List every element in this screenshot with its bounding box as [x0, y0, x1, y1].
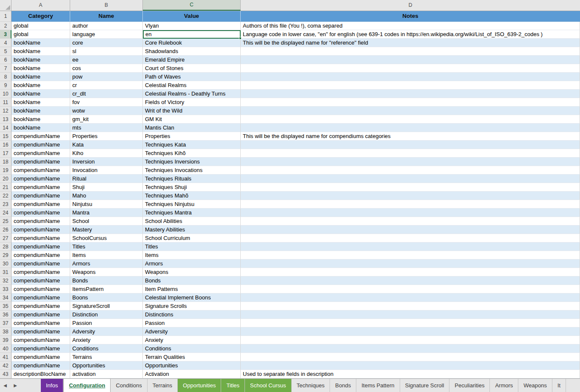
row-header-36[interactable]: 36 [0, 310, 11, 319]
row-header-22[interactable]: 22 [0, 192, 11, 200]
cell-B7[interactable]: cos [70, 64, 143, 73]
cell-D15[interactable]: This will be the displayed name for comp… [241, 132, 580, 141]
tabs-scroll-right-button[interactable]: ▶ [10, 379, 20, 392]
row-header-19[interactable]: 19 [0, 166, 11, 175]
cell-B16[interactable]: Kata [70, 141, 143, 149]
tabs-scroll-left-button[interactable]: ◀ [0, 379, 10, 392]
cell-C4[interactable]: Core Rulebook [143, 39, 241, 47]
cell-C27[interactable]: School Curriculum [143, 234, 241, 243]
cell-D43[interactable]: Used to separate fields in description [241, 370, 580, 378]
row-header-32[interactable]: 32 [0, 276, 11, 285]
cell-A24[interactable]: compendiumName [11, 209, 70, 217]
cell-C41[interactable]: Terrain Qualities [143, 353, 241, 361]
row-header-5[interactable]: 5 [0, 47, 11, 56]
cell-B41[interactable]: Terrains [70, 353, 143, 361]
row-header-38[interactable]: 38 [0, 327, 11, 336]
sheet-tab-armors[interactable]: Armors [490, 379, 518, 392]
cell-A6[interactable]: bookName [11, 56, 70, 64]
cell-A5[interactable]: bookName [11, 47, 70, 56]
cell-A34[interactable]: compendiumName [11, 293, 70, 302]
row-header-23[interactable]: 23 [0, 200, 11, 209]
cell-B31[interactable]: Weapons [70, 268, 143, 276]
cell-C29[interactable]: Items [143, 251, 241, 259]
cell-C5[interactable]: Shadowlands [143, 47, 241, 56]
cell-B18[interactable]: Inversion [70, 158, 143, 166]
cell-C24[interactable]: Techniques Mantra [143, 209, 241, 217]
cell-A20[interactable]: compendiumName [11, 175, 70, 183]
cell-A23[interactable]: compendiumName [11, 200, 70, 209]
cell-C35[interactable]: Signature Scrolls [143, 302, 241, 310]
cell-D20[interactable] [241, 175, 580, 183]
cell-A27[interactable]: compendiumName [11, 234, 70, 243]
cell-A11[interactable]: bookName [11, 98, 70, 107]
cell-A42[interactable]: compendiumName [11, 361, 70, 370]
cell-C18[interactable]: Techniques Inversions [143, 158, 241, 166]
sheet-tab-infos[interactable]: Infos [41, 379, 63, 392]
cell-C19[interactable]: Techniques Invocations [143, 166, 241, 175]
cell-B27[interactable]: SchoolCursus [70, 234, 143, 243]
sheet-tab-configuration[interactable]: Configuration [63, 378, 111, 392]
row-header-10[interactable]: 10 [0, 90, 11, 98]
cell-D4[interactable]: This will be the displayed name for "ref… [241, 39, 580, 47]
cell-A30[interactable]: compendiumName [11, 259, 70, 268]
cell-C21[interactable]: Techniques Shuji [143, 183, 241, 192]
cell-B33[interactable]: ItemsPattern [70, 285, 143, 293]
cell-A39[interactable]: compendiumName [11, 336, 70, 344]
cell-A13[interactable]: bookName [11, 115, 70, 124]
cell-D2[interactable]: Authors of this file (You !), coma separ… [241, 22, 580, 30]
cell-A12[interactable]: bookName [11, 107, 70, 115]
cell-D40[interactable] [241, 344, 580, 353]
sheet-tab-techniques[interactable]: Techniques [292, 379, 330, 392]
cell-C43[interactable]: Activation [143, 370, 241, 378]
header-cell-name[interactable]: Name [70, 11, 143, 22]
cell-C13[interactable]: GM Kit [143, 115, 241, 124]
sheet-tab-peculiarities[interactable]: Peculiarities [449, 379, 490, 392]
cell-B19[interactable]: Invocation [70, 166, 143, 175]
cell-C12[interactable]: Writ of the Wild [143, 107, 241, 115]
sheet-tab-weapons[interactable]: Weapons [518, 379, 552, 392]
cell-D32[interactable] [241, 276, 580, 285]
cell-D36[interactable] [241, 310, 580, 319]
cell-B22[interactable]: Maho [70, 192, 143, 200]
cell-D39[interactable] [241, 336, 580, 344]
row-header-30[interactable]: 30 [0, 259, 11, 268]
cell-C36[interactable]: Distinctions [143, 310, 241, 319]
row-header-9[interactable]: 9 [0, 81, 11, 90]
cell-A19[interactable]: compendiumName [11, 166, 70, 175]
sheet-tab-it[interactable]: It [552, 379, 566, 392]
cell-B35[interactable]: SignatureScroll [70, 302, 143, 310]
cell-A7[interactable]: bookName [11, 64, 70, 73]
cell-C7[interactable]: Court of Stones [143, 64, 241, 73]
cell-D13[interactable] [241, 115, 580, 124]
row-header-39[interactable]: 39 [0, 336, 11, 344]
cell-B11[interactable]: fov [70, 98, 143, 107]
cell-B23[interactable]: Ninjutsu [70, 200, 143, 209]
cell-B12[interactable]: wotw [70, 107, 143, 115]
cell-C17[interactable]: Techniques Kihõ [143, 149, 241, 158]
cell-A21[interactable]: compendiumName [11, 183, 70, 192]
cell-A17[interactable]: compendiumName [11, 149, 70, 158]
row-header-16[interactable]: 16 [0, 141, 11, 149]
row-header-29[interactable]: 29 [0, 251, 11, 259]
cell-A3[interactable]: global [11, 30, 70, 39]
cell-B24[interactable]: Mantra [70, 209, 143, 217]
cell-B10[interactable]: cr_dlt [70, 90, 143, 98]
cell-A33[interactable]: compendiumName [11, 285, 70, 293]
row-header-33[interactable]: 33 [0, 285, 11, 293]
cell-D17[interactable] [241, 149, 580, 158]
cell-C26[interactable]: Mastery Abilities [143, 226, 241, 234]
fill-handle[interactable] [239, 37, 242, 39]
cell-B37[interactable]: Passion [70, 319, 143, 327]
cell-B4[interactable]: core [70, 39, 143, 47]
sheet-tab-school-cursus[interactable]: School Cursus [245, 379, 292, 392]
row-header-17[interactable]: 17 [0, 149, 11, 158]
cell-A10[interactable]: bookName [11, 90, 70, 98]
cell-C22[interactable]: Techniques Mahõ [143, 192, 241, 200]
row-header-42[interactable]: 42 [0, 361, 11, 370]
cell-A28[interactable]: compendiumName [11, 243, 70, 251]
cell-B32[interactable]: Bonds [70, 276, 143, 285]
cell-C6[interactable]: Emerald Empire [143, 56, 241, 64]
cell-A35[interactable]: compendiumName [11, 302, 70, 310]
cell-B13[interactable]: gm_kit [70, 115, 143, 124]
row-header-21[interactable]: 21 [0, 183, 11, 192]
